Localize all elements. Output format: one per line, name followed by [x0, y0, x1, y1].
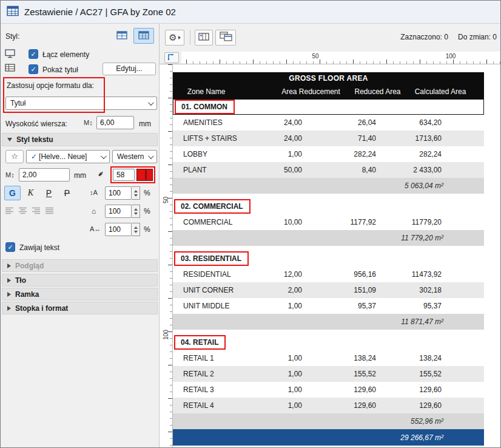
reduced-area-cell[interactable]: 71,40	[349, 134, 406, 143]
zone-name-cell[interactable]: UNIT CORNER	[173, 286, 273, 294]
area-reducement-cell[interactable]: 1,00	[273, 401, 349, 410]
column-header-reduced-area[interactable]: Reduced Area	[349, 87, 406, 96]
total-row[interactable]: 29 266,67 m²	[173, 429, 484, 446]
text-size-input[interactable]	[19, 168, 70, 182]
zone-name-cell[interactable]: COMMERCIAL	[173, 218, 273, 226]
stepper-down-icon[interactable]	[134, 194, 138, 197]
strikethrough-button[interactable]: P	[59, 186, 75, 200]
italic-button[interactable]: K	[22, 186, 39, 200]
char-width-input[interactable]	[105, 205, 132, 218]
area-reducement-cell[interactable]: 24,00	[273, 118, 349, 127]
horizontal-ruler[interactable]: 50 100	[181, 52, 500, 64]
calculated-area-cell[interactable]: 11473,92	[406, 270, 484, 279]
summary-row[interactable]: 552,96 m²	[173, 413, 484, 429]
style-view-table-button[interactable]	[133, 28, 154, 44]
align-justify-icon[interactable]	[44, 206, 55, 216]
stepper-up-icon[interactable]	[134, 190, 138, 192]
style-view-grid-button[interactable]	[112, 28, 132, 44]
reduced-area-cell[interactable]: 138,24	[349, 354, 406, 362]
area-reducement-cell[interactable]: 1,00	[273, 302, 349, 310]
zone-name-cell[interactable]: PLANT	[173, 166, 273, 174]
calculated-area-cell[interactable]: 282,24	[406, 150, 484, 158]
stepper-up-icon[interactable]	[134, 226, 138, 229]
table-row[interactable]: RETAIL 31,00129,60129,60	[173, 382, 484, 398]
reduced-area-cell[interactable]: 151,09	[349, 286, 406, 294]
table-row[interactable]: RETAIL 11,00138,24138,24	[173, 350, 484, 366]
section-footer-format[interactable]: Stopka i format	[2, 302, 158, 314]
text-style-section-header[interactable]: Styl tekstu	[2, 133, 158, 146]
calculated-area-cell[interactable]: 1713,60	[406, 134, 484, 143]
area-reducement-cell[interactable]: 1,00	[273, 370, 349, 378]
line-spacing-stepper[interactable]	[132, 186, 140, 200]
font-dropdown[interactable]: ✓ [Helve... Neue]	[26, 150, 110, 163]
ruler-origin-button[interactable]	[164, 52, 179, 63]
bold-button[interactable]: G	[4, 186, 21, 200]
align-right-icon[interactable]	[31, 206, 42, 216]
table-row[interactable]: COMMERCIAL10,001177,9211779,20	[173, 214, 484, 230]
section-frame[interactable]: Ramka	[2, 288, 158, 300]
section-preview[interactable]: Podgląd	[2, 259, 158, 272]
pen-number-input[interactable]	[113, 169, 135, 181]
summary-row[interactable]: 11 871,47 m²	[173, 314, 484, 330]
column-header-calculated-area[interactable]: Calculated Area	[406, 87, 484, 96]
wrap-text-checkbox[interactable]: ✓	[5, 242, 15, 252]
char-spacing-input[interactable]	[105, 223, 132, 236]
table-row[interactable]: UNIT MIDDLE1,0095,3795,37	[173, 298, 484, 314]
reduced-area-cell[interactable]: 155,52	[349, 370, 406, 378]
table-row[interactable]: RETAIL 41,00129,60129,60	[173, 398, 484, 413]
calculated-area-cell[interactable]: 2 433,00	[406, 166, 484, 174]
reduced-area-cell[interactable]: 1177,92	[349, 218, 406, 226]
zone-name-cell[interactable]: RETAIL 4	[173, 401, 273, 410]
area-reducement-cell[interactable]: 12,00	[273, 270, 349, 279]
row-height-input[interactable]	[96, 116, 134, 129]
table-row[interactable]: LIFTS + STAIRS24,0071,401713,60	[173, 131, 484, 146]
area-reducement-cell[interactable]: 50,00	[273, 166, 349, 174]
table-row[interactable]: RESIDENTIAL12,00956,1611473,92	[173, 266, 484, 282]
vertical-ruler[interactable]: 50 100	[160, 64, 173, 447]
reduced-area-cell[interactable]: 26,04	[349, 118, 406, 127]
underline-button[interactable]: P	[41, 186, 57, 200]
merge-elements-checkbox[interactable]: ✓	[29, 49, 38, 59]
summary-row[interactable]: 5 063,04 m²	[173, 178, 484, 194]
reduced-area-cell[interactable]: 129,60	[349, 401, 406, 410]
schedule-canvas[interactable]: 50 100 GROSS FLOOR AREA Zone Name Area R…	[160, 64, 500, 447]
restructure-table-button[interactable]	[195, 30, 213, 46]
area-reducement-cell[interactable]: 1,00	[273, 385, 349, 394]
zone-name-cell[interactable]: AMENITIES	[173, 118, 273, 127]
format-scope-dropdown[interactable]: Tytuł	[5, 97, 157, 110]
area-reducement-cell[interactable]: 2,00	[273, 286, 349, 294]
favorites-button[interactable]: ☆	[5, 150, 24, 163]
zone-name-cell[interactable]: RESIDENTIAL	[173, 270, 273, 279]
calculated-area-cell[interactable]: 11779,20	[406, 218, 484, 226]
header-options-button[interactable]	[215, 30, 236, 46]
zone-name-cell[interactable]: UNIT MIDDLE	[173, 302, 273, 310]
area-reducement-cell[interactable]: 1,00	[273, 150, 349, 158]
section-header-row[interactable]: 01. COMMON	[173, 99, 484, 115]
table-row[interactable]: PLANT50,008,402 433,00	[173, 162, 484, 178]
column-header-area-reducement[interactable]: Area Reducement	[273, 87, 349, 96]
area-reducement-cell[interactable]: 1,00	[273, 354, 349, 362]
calculated-area-cell[interactable]: 95,37	[406, 302, 484, 310]
table-row[interactable]: AMENITIES24,0026,04634,20	[173, 115, 484, 131]
align-center-icon[interactable]	[18, 206, 29, 216]
zone-name-cell[interactable]: LIFTS + STAIRS	[173, 134, 273, 143]
line-spacing-input[interactable]	[105, 186, 132, 200]
calculated-area-cell[interactable]: 138,24	[406, 354, 484, 362]
section-header-row[interactable]: 04. RETAIL	[173, 334, 484, 350]
calculated-area-cell[interactable]: 302,18	[406, 286, 484, 294]
stepper-down-icon[interactable]	[134, 231, 138, 233]
section-header-row[interactable]: 03. RESIDENTIAL	[173, 251, 484, 266]
char-width-stepper[interactable]	[132, 205, 140, 218]
calculated-area-cell[interactable]: 129,60	[406, 385, 484, 394]
calculated-area-cell[interactable]: 634,20	[406, 118, 484, 127]
reduced-area-cell[interactable]: 282,24	[349, 150, 406, 158]
show-title-checkbox[interactable]: ✓	[29, 64, 38, 74]
calculated-area-cell[interactable]: 129,60	[406, 401, 484, 410]
zone-name-cell[interactable]: RETAIL 3	[173, 385, 273, 394]
zone-name-cell[interactable]: LOBBY	[173, 150, 273, 158]
table-title[interactable]: GROSS FLOOR AREA	[173, 72, 484, 84]
area-reducement-cell[interactable]: 24,00	[273, 134, 349, 143]
reduced-area-cell[interactable]: 95,37	[349, 302, 406, 310]
table-row[interactable]: UNIT CORNER2,00151,09302,18	[173, 282, 484, 298]
table-row[interactable]: RETAIL 21,00155,52155,52	[173, 366, 484, 382]
